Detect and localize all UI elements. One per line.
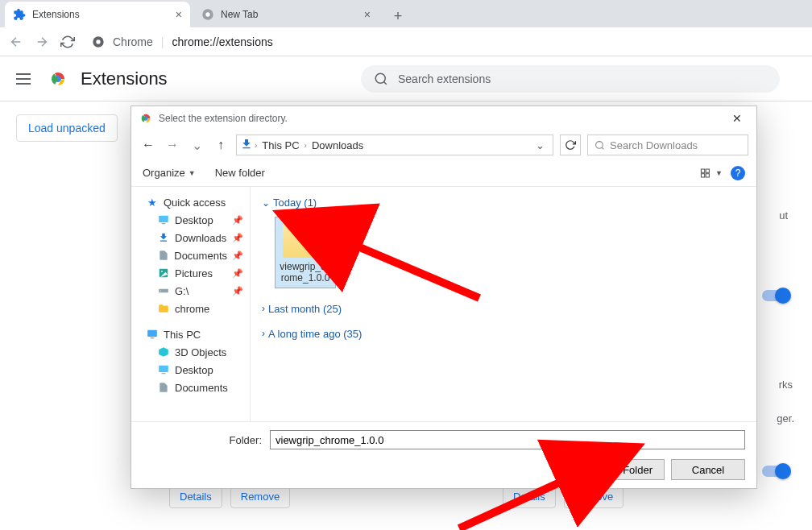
tab-title: Extensions bbox=[32, 9, 80, 20]
tab-new[interactable]: New Tab × bbox=[193, 2, 379, 27]
folder-input[interactable] bbox=[270, 430, 745, 449]
tree-pictures[interactable]: Pictures 📌 bbox=[135, 264, 246, 282]
new-folder-button[interactable]: New folder bbox=[215, 167, 265, 179]
scheme-label: Chrome bbox=[113, 35, 153, 48]
browser-toolbar: Chrome | chrome://extensions bbox=[0, 27, 812, 56]
svg-rect-12 bbox=[706, 173, 709, 176]
svg-rect-14 bbox=[162, 223, 166, 224]
group-long-ago[interactable]: › A long time ago (35) bbox=[262, 325, 745, 343]
tree-g-drive[interactable]: G:\ 📌 bbox=[135, 282, 246, 300]
reload-button[interactable] bbox=[60, 34, 76, 50]
tree-this-pc[interactable]: This PC bbox=[135, 325, 246, 343]
chevron-down-icon: ▼ bbox=[715, 169, 723, 177]
chevron-down-icon: ⌄ bbox=[262, 197, 270, 209]
svg-rect-20 bbox=[151, 337, 155, 338]
forward-button[interactable]: → bbox=[164, 136, 181, 154]
breadcrumb-segment[interactable]: This PC bbox=[259, 138, 302, 153]
chevron-down-icon: ▼ bbox=[188, 169, 196, 177]
card-text-fragment: rks bbox=[779, 379, 793, 391]
help-button[interactable]: ? bbox=[731, 166, 745, 180]
search-placeholder: Search Downloads bbox=[610, 139, 698, 151]
svg-point-1 bbox=[205, 12, 209, 16]
dialog-titlebar: Select the extension directory. ✕ bbox=[131, 106, 756, 130]
tab-extensions[interactable]: Extensions × bbox=[5, 2, 190, 27]
load-unpacked-button[interactable]: Load unpacked bbox=[16, 114, 118, 142]
svg-point-5 bbox=[375, 73, 385, 83]
pin-icon: 📌 bbox=[232, 233, 243, 243]
tree-desktop2[interactable]: Desktop bbox=[135, 361, 246, 379]
svg-rect-21 bbox=[159, 366, 168, 372]
recent-dropdown[interactable]: ⌄ bbox=[188, 136, 205, 154]
url-text: chrome://extensions bbox=[172, 35, 272, 48]
new-tab-button[interactable]: + bbox=[387, 5, 409, 27]
downloads-icon bbox=[240, 138, 253, 153]
group-last-month[interactable]: › Last month (25) bbox=[262, 300, 745, 318]
svg-rect-22 bbox=[162, 373, 166, 374]
close-button[interactable]: ✕ bbox=[726, 109, 748, 128]
address-bar[interactable]: Chrome | chrome://extensions bbox=[85, 35, 804, 48]
pin-icon: 📌 bbox=[232, 286, 243, 296]
pictures-icon bbox=[157, 267, 170, 279]
select-folder-button[interactable]: Select Folder bbox=[578, 459, 665, 480]
back-button[interactable]: ← bbox=[139, 136, 157, 154]
folder-label: Folder: bbox=[143, 434, 262, 446]
tree-documents[interactable]: Documents 📌 bbox=[135, 246, 246, 264]
folder-tree[interactable]: ★ Quick access Desktop 📌 Downloads 📌 bbox=[131, 187, 251, 421]
folder-icon bbox=[157, 302, 170, 315]
tree-downloads[interactable]: Downloads 📌 bbox=[135, 229, 246, 246]
refresh-button[interactable] bbox=[560, 135, 581, 155]
chrome-logo-icon bbox=[48, 69, 68, 89]
pin-icon: 📌 bbox=[232, 268, 243, 279]
svg-rect-10 bbox=[706, 169, 709, 172]
tree-desktop[interactable]: Desktop 📌 bbox=[135, 211, 246, 229]
folder-item-viewgrip[interactable]: viewgrip_chrome_1.0.0 bbox=[275, 217, 336, 288]
close-icon[interactable]: × bbox=[176, 8, 182, 21]
search-icon bbox=[594, 140, 605, 151]
tree-chrome-folder[interactable]: chrome bbox=[135, 300, 246, 317]
tab-strip: Extensions × New Tab × + bbox=[0, 0, 812, 27]
svg-point-18 bbox=[160, 290, 161, 291]
star-icon: ★ bbox=[146, 196, 159, 209]
dialog-footer: Folder: Select Folder Cancel bbox=[131, 421, 756, 488]
group-today[interactable]: ⌄ Today (1) bbox=[262, 193, 745, 212]
tree-documents2[interactable]: Documents bbox=[135, 379, 246, 396]
chrome-gray-icon bbox=[201, 8, 214, 21]
search-placeholder: Search extensions bbox=[398, 72, 491, 85]
3d-objects-icon bbox=[157, 346, 170, 358]
chevron-right-icon: › bbox=[262, 303, 265, 314]
up-button[interactable]: ↑ bbox=[212, 136, 230, 154]
dialog-search-input[interactable]: Search Downloads bbox=[587, 135, 748, 155]
puzzle-icon bbox=[13, 8, 26, 21]
tree-quick-access[interactable]: ★ Quick access bbox=[135, 193, 246, 211]
pc-icon bbox=[146, 328, 159, 341]
pin-icon: 📌 bbox=[232, 215, 243, 226]
forward-button[interactable] bbox=[34, 34, 50, 50]
cancel-button[interactable]: Cancel bbox=[671, 459, 745, 480]
svg-rect-9 bbox=[701, 169, 704, 172]
menu-icon[interactable] bbox=[16, 69, 35, 89]
svg-rect-11 bbox=[701, 173, 704, 176]
chrome-icon bbox=[92, 35, 105, 48]
close-icon[interactable]: × bbox=[364, 8, 371, 21]
tree-3d-objects[interactable]: 3D Objects bbox=[135, 343, 246, 361]
search-icon bbox=[374, 72, 388, 86]
chrome-icon bbox=[139, 112, 152, 125]
svg-point-3 bbox=[96, 39, 100, 43]
documents-icon bbox=[157, 381, 170, 394]
svg-point-8 bbox=[596, 141, 603, 148]
desktop-icon bbox=[157, 363, 170, 376]
file-pane[interactable]: ⌄ Today (1) viewgrip_chrome_1.0.0 › Last… bbox=[251, 187, 756, 421]
search-extensions-input[interactable]: Search extensions bbox=[361, 65, 780, 93]
back-button[interactable] bbox=[8, 34, 24, 50]
breadcrumb-dropdown[interactable]: ⌄ bbox=[531, 139, 549, 151]
card-text-fragment: ut bbox=[779, 209, 788, 222]
svg-rect-13 bbox=[159, 216, 168, 222]
pin-icon: 📌 bbox=[232, 251, 243, 261]
breadcrumb-segment[interactable]: Downloads bbox=[309, 138, 367, 153]
breadcrumb[interactable]: › This PC › Downloads ⌄ bbox=[236, 135, 553, 155]
drive-icon bbox=[157, 284, 170, 297]
desktop-icon bbox=[157, 213, 170, 226]
view-options-button[interactable]: ▼ bbox=[700, 166, 723, 180]
tab-title: New Tab bbox=[221, 9, 258, 20]
organize-dropdown[interactable]: Organize ▼ bbox=[143, 167, 196, 179]
